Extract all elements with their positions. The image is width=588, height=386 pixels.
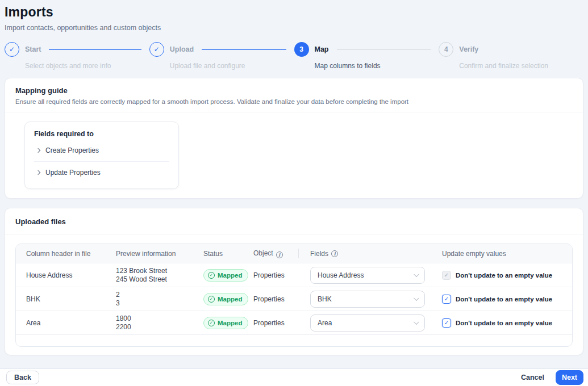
- uploaded-files-title: Uploaded files: [15, 217, 573, 226]
- mapping-table: Column header in file Preview informatio…: [15, 244, 573, 347]
- col-status: Status: [203, 250, 253, 258]
- check-circle-icon: [208, 272, 215, 279]
- info-icon[interactable]: [331, 250, 338, 257]
- info-icon[interactable]: [276, 251, 283, 258]
- cancel-button[interactable]: Cancel: [518, 371, 548, 384]
- table-row: Area 1800 2200 Mapped Properties: [16, 311, 572, 334]
- dont-update-checkbox: [442, 271, 451, 280]
- update-empty-cell: Don't update to an empty value: [437, 271, 562, 280]
- step-connector: [49, 49, 141, 50]
- step-description: Upload file and configure: [170, 62, 294, 70]
- preview-cell: 1800 2200: [116, 314, 203, 332]
- table-empty-space: [16, 334, 572, 346]
- object-cell: Properties: [253, 271, 298, 279]
- table-row: House Address 123 Brook Street 245 Wood …: [16, 263, 572, 287]
- step-label: Upload: [170, 45, 194, 53]
- mapping-guide-description: Ensure all required fields are correctly…: [15, 98, 573, 105]
- field-select[interactable]: House Address: [310, 267, 425, 284]
- create-properties-expander[interactable]: Create Properties: [34, 141, 169, 160]
- divider: [34, 161, 169, 162]
- step-connector: [202, 49, 286, 50]
- column-header-cell: House Address: [26, 271, 116, 279]
- checkbox-label: Don't update to an empty value: [456, 320, 552, 326]
- mapping-guide-title: Mapping guide: [15, 86, 573, 95]
- update-empty-cell: Don't update to an empty value: [437, 318, 562, 328]
- check-circle-icon: [208, 296, 215, 303]
- fields-required-title: Fields required to: [34, 130, 169, 138]
- checkbox-label: Don't update to an empty value: [456, 296, 552, 303]
- status-cell: Mapped: [203, 293, 253, 305]
- step-number-badge: 3: [294, 42, 309, 57]
- chevron-right-icon: [36, 148, 40, 153]
- step-description: Select objects and more info: [25, 62, 149, 70]
- update-empty-cell: Don't update to an empty value: [437, 295, 562, 304]
- column-header-cell: Area: [26, 319, 116, 327]
- imports-page: Imports Import contacts, opportunities a…: [0, 0, 588, 355]
- dont-update-checkbox[interactable]: [442, 318, 451, 328]
- step-connector: [337, 49, 431, 50]
- uploaded-files-card: Uploaded files Column header in file Pre…: [5, 208, 583, 355]
- checkbox-label: Don't update to an empty value: [456, 272, 552, 279]
- col-fields: Fields: [298, 244, 437, 263]
- field-select[interactable]: BHK: [310, 291, 425, 308]
- fields-cell: BHK: [298, 287, 437, 311]
- step-upload[interactable]: Upload Upload file and configure: [149, 42, 294, 70]
- dont-update-checkbox[interactable]: [442, 295, 451, 304]
- step-label: Map: [315, 45, 329, 53]
- col-preview: Preview information: [116, 250, 203, 258]
- step-label: Verify: [459, 45, 478, 53]
- chevron-down-icon: [414, 295, 419, 301]
- step-label: Start: [25, 45, 41, 53]
- update-properties-expander[interactable]: Update Properties: [34, 163, 169, 182]
- status-cell: Mapped: [203, 317, 253, 329]
- preview-cell: 2 3: [116, 291, 203, 308]
- fields-cell: House Address: [298, 263, 437, 287]
- fields-cell: Area: [298, 311, 437, 334]
- check-circle-icon: [149, 42, 164, 57]
- mapping-guide-card: Mapping guide Ensure all required fields…: [5, 78, 583, 199]
- expander-label: Update Properties: [45, 169, 101, 177]
- table-row: BHK 2 3 Mapped Properties BHK: [16, 287, 572, 311]
- next-button[interactable]: Next: [556, 370, 583, 385]
- footer-action-bar: Back Cancel Next: [0, 368, 588, 386]
- chevron-down-icon: [414, 271, 419, 277]
- status-badge: Mapped: [203, 317, 248, 329]
- step-map[interactable]: 3 Map Map columns to fields: [294, 42, 439, 70]
- col-object: Object: [253, 249, 298, 258]
- fields-required-panel: Fields required to Create Properties Upd…: [24, 121, 179, 189]
- page-title: Imports: [5, 5, 583, 20]
- object-cell: Properties: [253, 295, 298, 303]
- chevron-down-icon: [414, 319, 419, 325]
- step-description: Confirm and finalize selection: [459, 62, 583, 70]
- field-select[interactable]: Area: [310, 314, 425, 332]
- expander-label: Create Properties: [45, 146, 99, 154]
- back-button[interactable]: Back: [6, 371, 39, 384]
- col-update-empty: Update empty values: [437, 250, 562, 258]
- check-circle-icon: [5, 42, 19, 57]
- step-description: Map columns to fields: [315, 62, 439, 70]
- status-badge: Mapped: [203, 293, 248, 305]
- status-badge: Mapped: [203, 269, 248, 282]
- page-subtitle: Import contacts, opportunities and custo…: [5, 24, 583, 32]
- table-header-row: Column header in file Preview informatio…: [16, 244, 572, 263]
- step-verify[interactable]: 4 Verify Confirm and finalize selection: [439, 42, 583, 70]
- object-cell: Properties: [253, 319, 298, 327]
- import-stepper: Start Select objects and more info Uploa…: [5, 42, 583, 70]
- status-cell: Mapped: [203, 269, 253, 282]
- check-circle-icon: [208, 320, 215, 326]
- step-start[interactable]: Start Select objects and more info: [5, 42, 149, 70]
- step-number-badge: 4: [439, 42, 453, 57]
- preview-cell: 123 Brook Street 245 Wood Street: [116, 267, 203, 284]
- column-header-cell: BHK: [26, 295, 116, 303]
- chevron-right-icon: [36, 170, 40, 175]
- col-column-header: Column header in file: [26, 250, 116, 258]
